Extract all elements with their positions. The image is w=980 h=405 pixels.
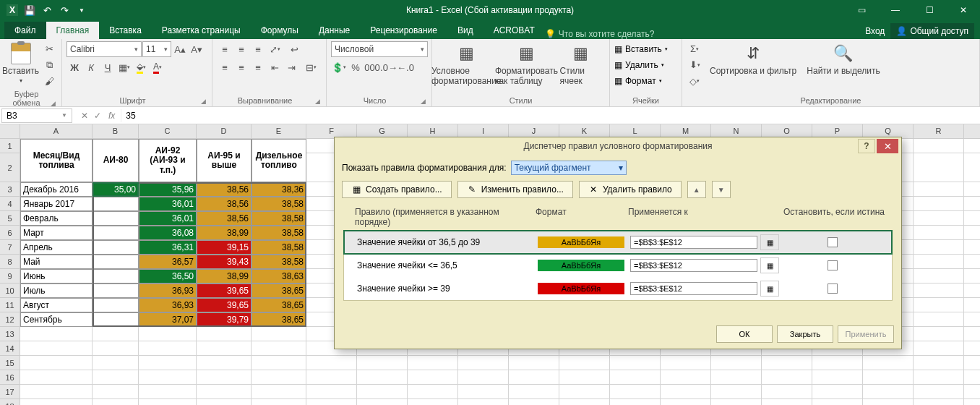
row-header[interactable]: 3 <box>0 182 20 197</box>
maximize-button[interactable]: ☐ <box>913 0 946 20</box>
col-header[interactable]: D <box>197 124 252 139</box>
stop-if-true-checkbox[interactable] <box>828 237 838 247</box>
cell[interactable]: 38,58 <box>252 197 306 211</box>
cell[interactable]: 38,65 <box>252 284 306 298</box>
col-header[interactable]: A <box>20 124 93 139</box>
dialog-help-icon[interactable]: ? <box>858 139 875 153</box>
cell[interactable] <box>914 370 964 385</box>
cell[interactable]: Март <box>20 226 93 240</box>
cell[interactable] <box>964 240 980 255</box>
cell[interactable] <box>964 385 980 399</box>
cell[interactable] <box>964 139 980 153</box>
save-icon[interactable]: 💾 <box>22 2 38 18</box>
row-header[interactable]: 18 <box>0 399 20 405</box>
cell[interactable] <box>914 182 964 197</box>
cell[interactable] <box>914 269 964 284</box>
tab-layout[interactable]: Разметка страницы <box>152 22 251 39</box>
cell[interactable] <box>93 370 139 385</box>
cell[interactable] <box>252 341 306 356</box>
cell[interactable] <box>139 356 197 370</box>
cancel-formula-icon[interactable]: ✕ <box>81 111 88 121</box>
select-all-corner[interactable] <box>0 124 20 139</box>
cell[interactable] <box>139 327 197 341</box>
cell[interactable] <box>964 298 980 312</box>
inc-decimal-icon[interactable]: .0→ <box>381 59 397 75</box>
cell[interactable]: 36,50 <box>139 269 197 284</box>
cell[interactable] <box>306 385 357 399</box>
cell[interactable] <box>197 399 252 405</box>
cell[interactable]: 39,65 <box>197 298 252 312</box>
cell[interactable] <box>559 399 610 405</box>
cell[interactable] <box>914 139 964 153</box>
row-header[interactable]: 14 <box>0 341 20 356</box>
format-as-table-button[interactable]: ▦Форматировать как таблицу <box>500 41 552 88</box>
cell[interactable] <box>762 385 812 399</box>
cell[interactable] <box>610 385 661 399</box>
cell[interactable]: Апрель <box>20 240 93 255</box>
cell[interactable]: АИ-80 <box>93 139 139 182</box>
tab-formulas[interactable]: Формулы <box>251 22 309 39</box>
cell[interactable]: 35,00 <box>93 182 139 197</box>
cell[interactable] <box>93 226 139 240</box>
cell[interactable] <box>509 385 559 399</box>
show-rules-for-select[interactable]: Текущий фрагмент▾ <box>511 161 627 175</box>
font-launcher-icon[interactable]: ◢ <box>199 97 207 106</box>
dialog-close-btn[interactable]: Закрыть <box>777 325 833 343</box>
cell[interactable] <box>964 312 980 327</box>
cell[interactable]: 38,58 <box>252 226 306 240</box>
clipboard-launcher-icon[interactable]: ◢ <box>48 99 57 108</box>
range-picker-icon[interactable]: ▦ <box>760 234 779 250</box>
italic-button[interactable]: К <box>83 59 99 75</box>
cell[interactable] <box>610 356 661 370</box>
cell[interactable] <box>252 356 306 370</box>
cell[interactable]: Январь 2017 <box>20 197 93 211</box>
fx-icon[interactable]: fx <box>108 111 121 121</box>
cell[interactable] <box>964 211 980 226</box>
number-launcher-icon[interactable]: ◢ <box>418 97 427 106</box>
cell[interactable]: Август <box>20 298 93 312</box>
cell[interactable] <box>661 399 711 405</box>
cell[interactable] <box>408 385 458 399</box>
cell[interactable]: Февраль <box>20 211 93 226</box>
cell[interactable] <box>914 298 964 312</box>
cell[interactable]: 36,57 <box>139 255 197 269</box>
insert-cells-button[interactable]: ▦Вставить▾ <box>614 44 677 54</box>
cell[interactable] <box>93 341 139 356</box>
cell[interactable] <box>306 370 357 385</box>
cell[interactable]: 39,43 <box>197 255 252 269</box>
cell[interactable] <box>964 269 980 284</box>
cell[interactable] <box>559 385 610 399</box>
row-header[interactable]: 12 <box>0 312 20 327</box>
undo-icon[interactable]: ↶ <box>39 2 55 18</box>
rule-row[interactable]: Значение ячейки >= 39 АаВbБбЯя =$B$3:$E$… <box>344 277 892 300</box>
cell[interactable] <box>408 370 458 385</box>
cell[interactable]: 38,99 <box>197 269 252 284</box>
copy-icon[interactable]: ⧉ <box>41 57 57 72</box>
cell[interactable] <box>93 356 139 370</box>
cell[interactable]: Сентябрь <box>20 312 93 327</box>
cell[interactable] <box>306 356 357 370</box>
indent-inc-icon[interactable]: ⇥ <box>283 59 299 75</box>
move-rule-up-button[interactable]: ▲ <box>687 181 706 198</box>
cell[interactable] <box>964 255 980 269</box>
cell[interactable] <box>357 399 408 405</box>
cell[interactable] <box>559 356 610 370</box>
row-header[interactable]: 11 <box>0 298 20 312</box>
cell[interactable]: 38,56 <box>197 211 252 226</box>
cell[interactable] <box>252 385 306 399</box>
cell[interactable] <box>914 399 964 405</box>
shrink-font-icon[interactable]: A▾ <box>189 41 205 57</box>
cell[interactable] <box>964 226 980 240</box>
cell[interactable] <box>408 399 458 405</box>
formula-bar[interactable]: 35 <box>121 109 980 122</box>
rule-row[interactable]: Значение ячейки от 36,5 до 39 АаВbБбЯя =… <box>344 231 892 254</box>
stop-if-true-checkbox[interactable] <box>828 284 838 294</box>
cell[interactable]: Дизельное топливо <box>252 139 306 182</box>
cell[interactable] <box>458 370 509 385</box>
align-top-icon[interactable]: ≡ <box>217 41 233 57</box>
cell[interactable] <box>964 327 980 341</box>
cell[interactable]: Май <box>20 255 93 269</box>
cell[interactable] <box>964 370 980 385</box>
sort-filter-button[interactable]: ⇵Сортировка и фильтр <box>707 41 799 77</box>
cell[interactable]: 38,63 <box>252 269 306 284</box>
